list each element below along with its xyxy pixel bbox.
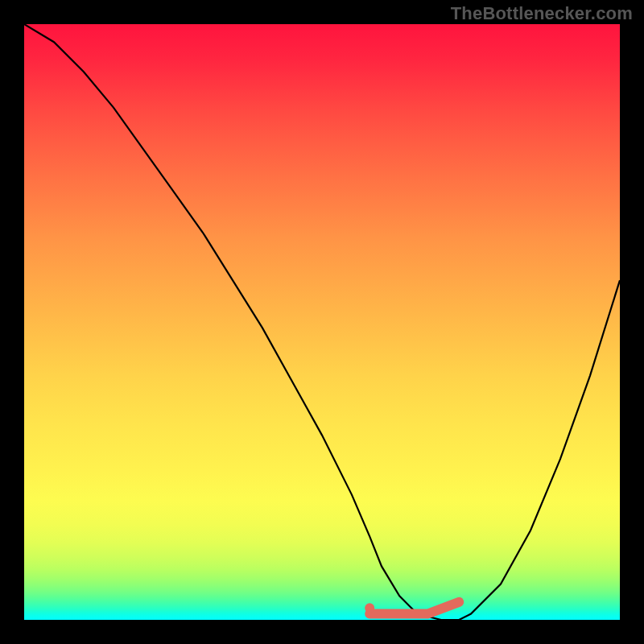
optimal-point-dot	[365, 603, 374, 613]
plot-area	[24, 24, 620, 620]
optimal-range-bar	[369, 602, 459, 614]
attribution-label: TheBottlenecker.com	[451, 3, 633, 24]
bottleneck-curve	[24, 24, 620, 620]
chart-container: TheBottlenecker.com	[0, 0, 644, 644]
chart-svg	[24, 24, 620, 620]
